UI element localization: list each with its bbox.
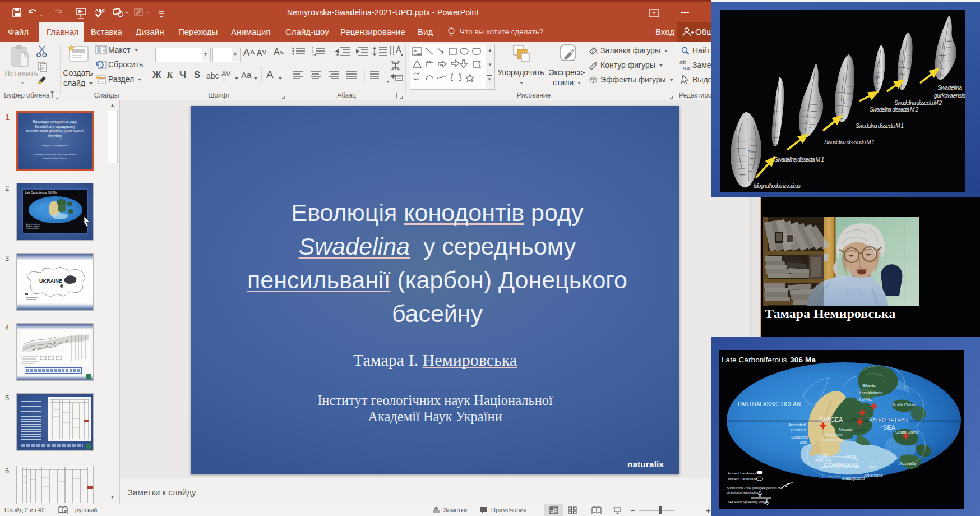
svg-text:Swadelina dissecta M 1: Swadelina dissecta M 1 — [856, 123, 904, 129]
svg-text:Ouachita: Ouachita — [791, 435, 808, 440]
svg-text:Idiognathodus izvaricus: Idiognathodus izvaricus — [754, 183, 801, 189]
svg-text:gurkovaensis: gurkovaensis — [934, 93, 965, 99]
svg-text:Antarctica: Antarctica — [863, 473, 882, 478]
svg-text:PANTHALASSIC OCEAN: PANTHALASSIC OCEAN — [738, 400, 801, 407]
svg-text:SEA: SEA — [883, 424, 895, 431]
svg-text:Ancestral: Ancestral — [788, 422, 806, 427]
svg-text:A: A — [414, 48, 417, 53]
svg-text:Wichita Mts.: Wichita Mts. — [825, 433, 843, 436]
svg-text:Subduction Zone (triangles po: Subduction Zone (triangles point in the — [727, 486, 782, 490]
svg-text:ABC: ABC — [95, 8, 105, 13]
svg-text:Late Carboniferous: Late Carboniferous — [722, 356, 787, 364]
svg-text:GONDWANA: GONDWANA — [824, 463, 859, 469]
svg-text:South: South — [817, 453, 829, 458]
svg-text:India: India — [868, 464, 877, 469]
svg-text:Modern Landmass: Modern Landmass — [728, 477, 756, 481]
svg-text:Swadelina disssecta M 1: Swadelina disssecta M 1 — [824, 139, 875, 145]
svg-text:America: America — [815, 458, 831, 463]
svg-text:Mts.: Mts. — [800, 440, 808, 445]
svg-text:PALEO-TETHYS: PALEO-TETHYS — [869, 417, 908, 423]
svg-text:UKRAINE: UKRAINE — [39, 278, 62, 284]
svg-text:Ancient Landmass: Ancient Landmass — [728, 471, 756, 475]
svg-text:Swadelina dissecta M 2: Swadelina dissecta M 2 — [870, 107, 918, 113]
svg-text:Rockies: Rockies — [791, 427, 806, 432]
svg-text:Ural Mts.: Ural Mts. — [857, 398, 873, 402]
svg-text:Sea Floor Spreading Ridge: Sea Floor Spreading Ridge — [728, 500, 767, 504]
svg-text:AnadarkoSide Mts.: AnadarkoSide Mts. — [822, 438, 851, 441]
svg-text:Meseta: Meseta — [839, 427, 853, 432]
svg-text:306 Ma: 306 Ma — [790, 356, 816, 364]
svg-text:Swadelina dissecta M 2: Swadelina dissecta M 2 — [894, 100, 942, 106]
svg-text:North China: North China — [893, 402, 916, 407]
svg-text:direction of subduction): direction of subduction) — [727, 491, 760, 494]
svg-text:Swadelina: Swadelina — [937, 85, 962, 91]
svg-text:Australia: Australia — [899, 461, 916, 466]
svg-text:South China: South China — [895, 430, 919, 435]
svg-text:PANGEA: PANGEA — [819, 417, 843, 423]
svg-text:Madagascar: Madagascar — [842, 476, 866, 481]
svg-text:Siberia: Siberia — [862, 383, 876, 388]
svg-text:Kazakhstania: Kazakhstania — [859, 391, 882, 395]
svg-text:Swadelina dissecta M 1: Swadelina dissecta M 1 — [774, 156, 824, 163]
svg-text:Africa: Africa — [844, 454, 857, 459]
